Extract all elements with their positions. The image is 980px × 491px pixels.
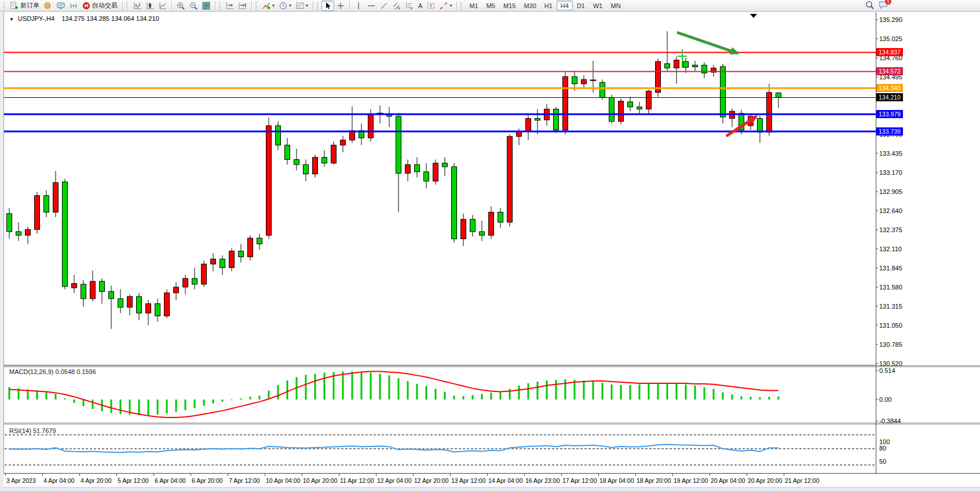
macd-histogram-bar bbox=[528, 383, 529, 400]
autotrade-button[interactable]: 自动交易 bbox=[80, 1, 120, 11]
macd-histogram-bar bbox=[611, 384, 613, 400]
macd-histogram-bar bbox=[46, 392, 47, 400]
equidistant-channel-button[interactable]: E bbox=[390, 1, 403, 11]
bar-chart-button[interactable] bbox=[131, 1, 144, 11]
chevron-down-icon: ▾ bbox=[449, 3, 452, 8]
macd-histogram-bar bbox=[518, 386, 520, 400]
macd-histogram-bar bbox=[657, 383, 659, 400]
price-chart[interactable] bbox=[3, 13, 980, 365]
bear-candle bbox=[480, 232, 485, 235]
macd-histogram-bar bbox=[713, 389, 715, 400]
macd-histogram-bar bbox=[389, 375, 390, 400]
horizontal-scrollbar[interactable] bbox=[3, 487, 980, 491]
line-chart-button[interactable] bbox=[156, 1, 169, 11]
timeframe-m5[interactable]: M5 bbox=[482, 1, 499, 10]
bear-candle bbox=[609, 97, 615, 121]
toolbar-grip[interactable] bbox=[219, 2, 221, 10]
toolbar-grip[interactable] bbox=[460, 2, 463, 10]
bear-candle bbox=[63, 182, 68, 287]
timeframe-m15[interactable]: M15 bbox=[499, 1, 520, 10]
bear-candle bbox=[285, 145, 290, 160]
periods-button[interactable]: ▾ bbox=[277, 1, 294, 11]
macd-histogram-bar bbox=[36, 391, 38, 400]
macd-histogram-bar bbox=[500, 392, 502, 400]
signals-icon bbox=[70, 2, 78, 10]
charts-gold-button[interactable] bbox=[42, 1, 54, 11]
macd-histogram-bar bbox=[166, 400, 168, 413]
toolbar-grip[interactable] bbox=[3, 2, 6, 10]
text-button[interactable]: A bbox=[416, 1, 425, 11]
time-axis-label: 11 Apr 12:00 bbox=[340, 477, 374, 484]
indicators-button[interactable]: ▾ bbox=[260, 1, 277, 11]
macd-histogram-bar bbox=[203, 400, 205, 406]
search-icon[interactable] bbox=[865, 1, 874, 12]
macd-histogram-bar bbox=[694, 386, 696, 400]
bear-candle bbox=[81, 284, 86, 299]
chart-window-button[interactable] bbox=[54, 1, 67, 11]
macd-histogram-bar bbox=[565, 379, 566, 400]
toolbar-grip[interactable] bbox=[317, 2, 319, 10]
macd-histogram-bar bbox=[83, 400, 85, 406]
timeframe-w1[interactable]: W1 bbox=[589, 1, 607, 10]
crosshair-button[interactable] bbox=[334, 1, 347, 11]
bull-candle bbox=[164, 293, 170, 316]
time-axis-label: 6 Apr 04:00 bbox=[155, 477, 186, 484]
fibonacci-button[interactable]: F bbox=[403, 1, 416, 11]
macd-histogram-bar bbox=[250, 397, 251, 400]
toolbar-grip[interactable] bbox=[126, 2, 129, 10]
macd-panel[interactable] bbox=[3, 367, 980, 423]
macd-histogram-bar bbox=[259, 395, 261, 400]
time-axis-tick bbox=[747, 474, 747, 476]
toolbar-separator bbox=[251, 1, 252, 10]
timeframe-h1[interactable]: H1 bbox=[540, 1, 557, 10]
bull-candle bbox=[341, 140, 346, 145]
rsi-panel[interactable] bbox=[3, 424, 980, 473]
new-order-button[interactable]: 新订单 bbox=[8, 1, 42, 11]
chart-shift-marker[interactable] bbox=[750, 14, 757, 18]
bear-candle bbox=[443, 163, 448, 167]
macd-histogram-bar bbox=[324, 373, 326, 400]
timeframe-m1[interactable]: M1 bbox=[465, 1, 482, 10]
signals-button[interactable] bbox=[67, 1, 80, 11]
trendline-button[interactable] bbox=[378, 1, 390, 11]
symbol-period-label: USDJPY-,H4 bbox=[18, 15, 54, 22]
trendline-icon bbox=[380, 2, 388, 10]
macd-histogram-bar bbox=[407, 381, 409, 400]
text-icon: A bbox=[418, 2, 422, 9]
bull-candle bbox=[489, 212, 494, 235]
macd-histogram-bar bbox=[454, 395, 455, 400]
green-arrow-annotation[interactable] bbox=[677, 32, 738, 53]
cursor-button[interactable] bbox=[321, 1, 334, 11]
bear-candle bbox=[239, 251, 244, 257]
macd-histogram-bar bbox=[55, 394, 57, 400]
time-axis-label: 13 Apr 12:00 bbox=[451, 477, 486, 484]
timeframe-d1[interactable]: D1 bbox=[573, 1, 589, 10]
tile-windows-button[interactable] bbox=[200, 1, 213, 11]
zoom-out-button[interactable] bbox=[187, 1, 200, 11]
time-axis[interactable]: 3 Apr 20234 Apr 04:004 Apr 20:005 Apr 12… bbox=[3, 473, 980, 487]
notifications-button[interactable]: 1 bbox=[879, 1, 888, 12]
auto-scroll-button[interactable] bbox=[224, 1, 236, 11]
timeframe-h4[interactable]: H4 bbox=[557, 1, 573, 10]
arrows-button[interactable]: ▾ bbox=[437, 1, 454, 11]
timeframe-mn[interactable]: MN bbox=[606, 1, 624, 10]
bull-candle bbox=[183, 279, 188, 287]
vertical-line-button[interactable] bbox=[352, 1, 365, 11]
candlestick-chart-button[interactable] bbox=[144, 1, 156, 11]
timeframe-m30[interactable]: M30 bbox=[520, 1, 540, 10]
bear-candle bbox=[600, 82, 605, 97]
price-axis-label: 135.025 bbox=[879, 35, 902, 42]
text-label-button[interactable]: T bbox=[425, 1, 437, 11]
templates-button[interactable]: ▾ bbox=[294, 1, 310, 11]
ohlc-values: 134.275 134.285 134.064 134.210 bbox=[61, 15, 159, 22]
toolbar-grip[interactable] bbox=[255, 2, 258, 10]
horizontal-line-button[interactable] bbox=[365, 1, 378, 11]
one-click-trading-arrow[interactable]: ▼ bbox=[9, 17, 14, 22]
periods-icon bbox=[279, 2, 287, 10]
time-axis-tick bbox=[487, 474, 488, 476]
time-axis-tick bbox=[5, 474, 6, 476]
time-axis-tick bbox=[191, 474, 191, 476]
zoom-in-button[interactable] bbox=[174, 1, 187, 11]
chart-shift-button[interactable] bbox=[236, 1, 249, 11]
bear-candle bbox=[572, 76, 577, 83]
